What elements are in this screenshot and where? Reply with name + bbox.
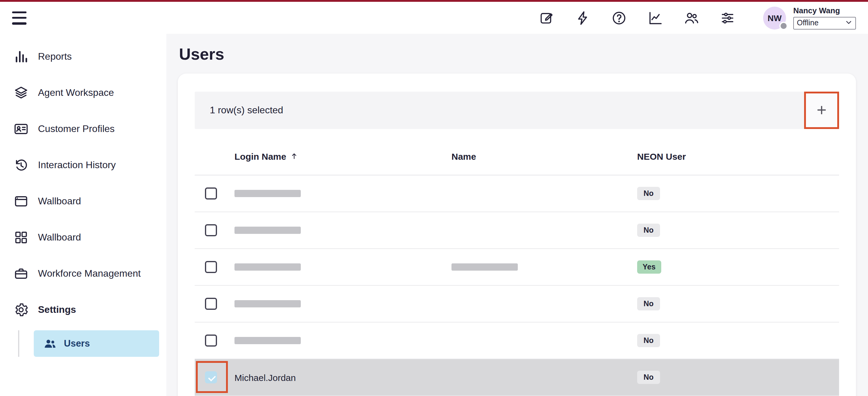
window-icon [13, 193, 29, 209]
sidebar-item-label: Users [64, 338, 90, 349]
column-header-login-name[interactable]: Login Name [235, 151, 452, 161]
main-content: Users 1 row(s) selected + Login Name [166, 34, 868, 396]
neon-user-badge: Yes [637, 261, 661, 274]
avatar[interactable]: NW [763, 6, 786, 29]
layers-icon [13, 85, 29, 101]
sidebar-item-reports[interactable]: Reports [0, 38, 166, 75]
neon-user-badge: No [637, 371, 660, 384]
neon-user-badge: No [637, 224, 660, 237]
row-checkbox[interactable] [205, 371, 217, 383]
sort-ascending-icon [290, 152, 299, 160]
row-checkbox[interactable] [205, 335, 217, 346]
topbar-icons [539, 10, 735, 26]
neon-user-cell: No [637, 187, 839, 200]
gear-icon [13, 302, 29, 318]
column-header-name[interactable]: Name [452, 151, 637, 161]
body-row: Reports Agent Workspace Customer Profile… [0, 34, 868, 396]
redacted-login-bar [235, 226, 301, 234]
login-name-text: Michael.Jordan [235, 372, 296, 383]
neon-user-cell: No [637, 334, 839, 347]
plus-icon: + [817, 102, 827, 119]
sidebar-nav: Reports Agent Workspace Customer Profile… [0, 38, 166, 328]
neon-user-cell: Yes [637, 261, 839, 274]
sidebar: Reports Agent Workspace Customer Profile… [0, 34, 166, 396]
id-card-icon [13, 121, 29, 137]
selection-count-text: 1 row(s) selected [210, 105, 283, 116]
table-row[interactable]: Yes [195, 249, 839, 286]
menu-toggle-button[interactable] [12, 11, 28, 24]
redacted-login-bar [235, 300, 301, 307]
login-name-cell [235, 225, 452, 235]
row-checkbox[interactable] [205, 298, 217, 310]
table-header: Login Name Name NEON User [195, 138, 839, 175]
page-title: Users [179, 44, 856, 64]
selection-toolbar: 1 row(s) selected + [195, 92, 839, 129]
neon-user-badge: No [637, 187, 660, 200]
sidebar-item-workforce-management[interactable]: Workforce Management [0, 255, 166, 292]
neon-user-cell: No [637, 297, 839, 310]
chevron-down-icon [845, 19, 852, 27]
topbar: NW Nancy Wang Offline [0, 0, 868, 34]
sidebar-item-settings[interactable]: Settings [0, 292, 166, 328]
neon-user-cell: No [637, 224, 839, 237]
app: NW Nancy Wang Offline Reports Agent Work… [0, 0, 868, 396]
redacted-name-bar [452, 263, 518, 270]
user-name: Nancy Wang [793, 6, 856, 15]
sidebar-item-interaction-history[interactable]: Interaction History [0, 147, 166, 183]
users-icon [43, 337, 57, 350]
redacted-login-bar [235, 189, 301, 197]
row-checkbox[interactable] [205, 224, 217, 236]
briefcase-icon [13, 266, 29, 281]
preferences-icon[interactable] [720, 10, 735, 26]
add-user-button[interactable]: + [804, 92, 839, 129]
compose-note-icon[interactable] [539, 10, 555, 26]
name-cell [452, 262, 637, 272]
table-row[interactable]: No [195, 212, 839, 249]
login-name-cell [235, 262, 452, 272]
login-name-cell [235, 188, 452, 199]
login-name-cell: Michael.Jordan [235, 372, 452, 383]
history-icon [13, 157, 29, 173]
users-table: Login Name Name NEON User [195, 138, 839, 396]
sidebar-item-wallboard[interactable]: Wallboard [0, 183, 166, 219]
grid-icon [13, 230, 29, 245]
neon-user-cell: No [637, 371, 839, 384]
help-icon[interactable] [611, 10, 627, 26]
contacts-icon[interactable] [684, 10, 699, 26]
table-row[interactable]: No [195, 286, 839, 323]
top-accent-bar [0, 0, 868, 2]
user-block: Nancy Wang Offline [793, 6, 856, 29]
column-header-neon-user[interactable]: NEON User [637, 151, 839, 161]
table-row[interactable]: No [195, 175, 839, 212]
topbar-right: NW Nancy Wang Offline [539, 6, 856, 29]
login-name-cell [235, 335, 452, 346]
row-checkbox[interactable] [205, 261, 217, 273]
status-dot [779, 21, 788, 30]
sidebar-item-agent-workspace[interactable]: Agent Workspace [0, 75, 166, 111]
sidebar-item-users[interactable]: Users [34, 330, 159, 357]
metrics-icon[interactable] [647, 10, 663, 26]
sidebar-item-customer-profiles[interactable]: Customer Profiles [0, 111, 166, 147]
login-name-cell [235, 299, 452, 309]
table-row[interactable]: Michael.Jordan No [195, 359, 839, 396]
bar-chart-icon [13, 49, 29, 64]
neon-user-badge: No [637, 334, 660, 347]
table-row[interactable]: No [195, 323, 839, 359]
neon-user-badge: No [637, 297, 660, 310]
redacted-login-bar [235, 337, 301, 344]
sidebar-item-wallboard[interactable]: Wallboard [0, 219, 166, 255]
table-body: No No Yes No [195, 175, 839, 396]
users-card: 1 row(s) selected + Login Name [178, 73, 856, 396]
status-dropdown[interactable]: Offline [793, 17, 856, 29]
quick-actions-icon[interactable] [575, 10, 591, 26]
status-dropdown-value: Offline [797, 19, 818, 27]
redacted-login-bar [235, 263, 301, 270]
row-checkbox[interactable] [205, 187, 217, 200]
